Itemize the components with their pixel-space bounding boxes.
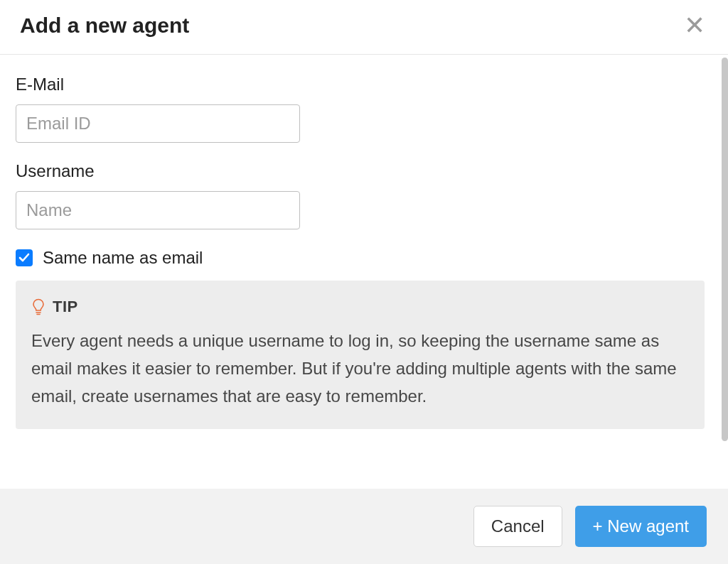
email-input[interactable] bbox=[16, 104, 300, 143]
tip-heading-row: TIP bbox=[31, 298, 689, 316]
same-as-email-label: Same name as email bbox=[43, 248, 203, 268]
dialog-title: Add a new agent bbox=[20, 13, 189, 38]
add-agent-dialog: Add a new agent ✕ E-Mail Username Same n… bbox=[0, 0, 728, 564]
lightbulb-icon bbox=[31, 298, 46, 315]
dialog-footer: Cancel + New agent bbox=[0, 489, 728, 564]
cancel-button[interactable]: Cancel bbox=[473, 506, 562, 547]
tip-body: Every agent needs a unique username to l… bbox=[31, 327, 689, 411]
scrollbar-thumb[interactable] bbox=[722, 58, 728, 441]
dialog-body-wrap: E-Mail Username Same name as email bbox=[0, 55, 728, 489]
same-as-email-row: Same name as email bbox=[16, 248, 705, 268]
email-field-block: E-Mail bbox=[16, 75, 705, 143]
new-agent-button[interactable]: + New agent bbox=[575, 506, 707, 547]
close-icon[interactable]: ✕ bbox=[681, 13, 708, 38]
scrollbar[interactable] bbox=[720, 55, 728, 489]
username-field-block: Username bbox=[16, 161, 705, 229]
username-input[interactable] bbox=[16, 191, 300, 229]
dialog-header: Add a new agent ✕ bbox=[0, 0, 728, 55]
same-as-email-checkbox[interactable] bbox=[16, 249, 33, 266]
username-label: Username bbox=[16, 161, 705, 181]
tip-box: TIP Every agent needs a unique username … bbox=[16, 281, 705, 429]
tip-heading: TIP bbox=[53, 298, 78, 316]
dialog-body: E-Mail Username Same name as email bbox=[0, 55, 720, 489]
email-label: E-Mail bbox=[16, 75, 705, 94]
